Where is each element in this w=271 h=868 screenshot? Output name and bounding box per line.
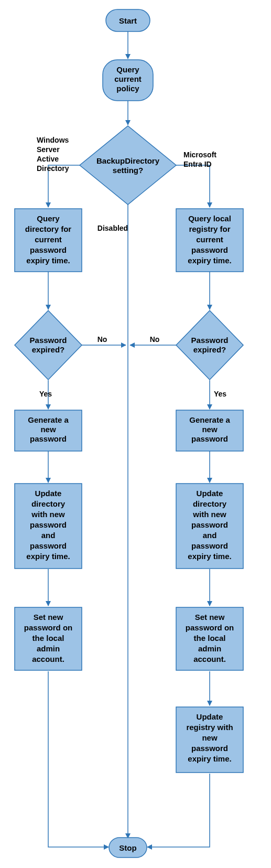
right-yes-label: Yes xyxy=(214,390,226,398)
svg-text:and: and xyxy=(203,531,217,540)
svg-marker-20 xyxy=(80,126,176,205)
svg-text:expiry time.: expiry time. xyxy=(26,256,70,265)
left-no-label: No xyxy=(97,335,107,344)
svg-text:password: password xyxy=(191,245,228,254)
query-policy-node: Query current policy xyxy=(103,60,153,101)
left-branch-label: Windows Server Active Directory xyxy=(37,136,69,173)
svg-text:with new: with new xyxy=(31,510,65,519)
svg-text:policy: policy xyxy=(116,84,139,93)
svg-text:Password: Password xyxy=(191,336,229,345)
svg-text:expired?: expired? xyxy=(32,345,65,354)
svg-text:setting?: setting? xyxy=(113,166,143,175)
start-label: Start xyxy=(119,16,137,25)
svg-text:password: password xyxy=(191,434,228,443)
svg-text:Query local: Query local xyxy=(188,214,231,223)
svg-text:Query: Query xyxy=(116,65,139,74)
svg-text:Active: Active xyxy=(37,155,59,163)
right-query-registry-node: Query local registry for current passwor… xyxy=(176,209,243,272)
backup-directory-decision: BackupDirectory setting? xyxy=(80,126,176,205)
svg-text:expired?: expired? xyxy=(193,345,226,354)
stop-label: Stop xyxy=(119,843,136,852)
svg-text:new: new xyxy=(202,425,218,434)
svg-text:expiry time.: expiry time. xyxy=(188,552,231,561)
svg-text:Entra ID: Entra ID xyxy=(183,160,212,168)
svg-text:password on: password on xyxy=(24,623,73,632)
svg-text:Microsoft: Microsoft xyxy=(183,151,216,159)
svg-text:account.: account. xyxy=(32,655,64,663)
center-branch-label: Disabled xyxy=(97,224,128,232)
right-set-local-admin-node: Set new password on the local admin acco… xyxy=(176,607,243,670)
svg-text:directory: directory xyxy=(193,499,227,508)
svg-text:password: password xyxy=(30,520,67,529)
svg-text:password: password xyxy=(30,434,67,443)
svg-text:Update: Update xyxy=(197,712,223,721)
svg-text:account.: account. xyxy=(193,655,226,663)
svg-text:Set new: Set new xyxy=(34,613,63,621)
svg-text:password on: password on xyxy=(186,623,234,632)
svg-text:password: password xyxy=(191,744,228,753)
svg-text:Query: Query xyxy=(37,214,60,223)
right-generate-password-node: Generate a new password xyxy=(176,410,243,451)
right-branch-label: Microsoft Entra ID xyxy=(183,151,216,168)
svg-text:Generate a: Generate a xyxy=(28,415,69,424)
left-password-expired-decision: Password expired? xyxy=(15,310,82,380)
svg-text:Server: Server xyxy=(37,145,60,154)
right-update-directory-node: Update directory with new password and p… xyxy=(176,484,243,569)
svg-text:Update: Update xyxy=(197,489,223,498)
svg-text:with new: with new xyxy=(192,510,226,519)
left-yes-label: Yes xyxy=(39,390,52,398)
svg-text:Directory: Directory xyxy=(37,164,69,173)
svg-text:expiry time.: expiry time. xyxy=(188,754,231,763)
svg-text:password: password xyxy=(30,245,67,254)
svg-text:password: password xyxy=(191,541,228,550)
svg-text:current: current xyxy=(35,235,62,244)
svg-text:directory: directory xyxy=(31,499,66,508)
right-update-registry-node: Update registry with new password expiry… xyxy=(176,707,243,773)
svg-text:BackupDirectory: BackupDirectory xyxy=(96,156,160,165)
svg-text:Windows: Windows xyxy=(37,136,69,144)
left-set-local-admin-node: Set new password on the local admin acco… xyxy=(15,607,82,670)
svg-text:the local: the local xyxy=(32,634,64,642)
right-no-label: No xyxy=(150,335,160,344)
svg-text:current: current xyxy=(196,235,223,244)
svg-text:current: current xyxy=(114,74,142,83)
svg-text:admin: admin xyxy=(198,644,221,653)
left-query-directory-node: Query directory for current password exp… xyxy=(15,209,82,272)
left-generate-password-node: Generate a new password xyxy=(15,410,82,451)
svg-text:password: password xyxy=(191,520,228,529)
svg-text:new: new xyxy=(40,425,56,434)
svg-text:password: password xyxy=(30,541,67,550)
svg-text:Password: Password xyxy=(30,336,67,345)
stop-node: Stop xyxy=(109,838,147,858)
svg-text:Set new: Set new xyxy=(195,613,225,621)
svg-text:registry with: registry with xyxy=(186,723,233,732)
svg-text:Generate a: Generate a xyxy=(189,415,230,424)
svg-text:new: new xyxy=(202,733,218,742)
svg-text:expiry time.: expiry time. xyxy=(188,256,231,265)
start-node: Start xyxy=(106,9,150,31)
svg-text:and: and xyxy=(41,531,56,540)
left-update-directory-node: Update directory with new password and p… xyxy=(15,484,82,569)
right-password-expired-decision: Password expired? xyxy=(176,310,243,380)
svg-text:the local: the local xyxy=(194,634,226,642)
svg-text:expiry time.: expiry time. xyxy=(26,552,70,561)
svg-text:Update: Update xyxy=(35,489,62,498)
svg-text:admin: admin xyxy=(37,644,60,653)
svg-text:directory for: directory for xyxy=(25,224,72,233)
svg-text:registry for: registry for xyxy=(189,224,230,233)
